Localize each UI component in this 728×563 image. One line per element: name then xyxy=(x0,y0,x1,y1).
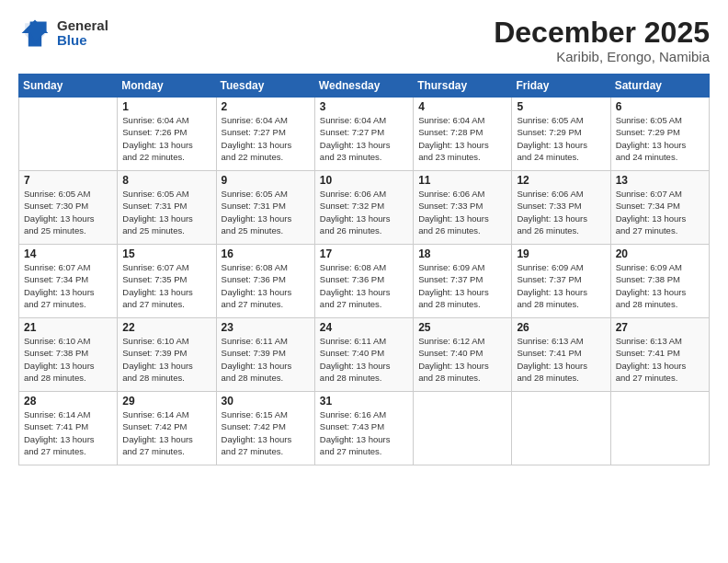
day-info: Sunrise: 6:08 AMSunset: 7:36 PMDaylight:… xyxy=(320,261,408,310)
calendar-cell: 14Sunrise: 6:07 AMSunset: 7:34 PMDayligh… xyxy=(19,245,118,318)
day-number: 18 xyxy=(418,247,506,260)
calendar-cell: 21Sunrise: 6:10 AMSunset: 7:38 PMDayligh… xyxy=(19,318,118,392)
calendar-cell xyxy=(610,392,709,465)
calendar-cell: 16Sunrise: 6:08 AMSunset: 7:36 PMDayligh… xyxy=(216,245,314,318)
day-number: 16 xyxy=(222,247,310,260)
day-info: Sunrise: 6:09 AMSunset: 7:38 PMDaylight:… xyxy=(616,261,704,310)
day-info: Sunrise: 6:05 AMSunset: 7:31 PMDaylight:… xyxy=(222,188,310,236)
calendar-cell xyxy=(414,392,512,465)
calendar-cell: 1Sunrise: 6:04 AMSunset: 7:26 PMDaylight… xyxy=(118,98,216,171)
day-info: Sunrise: 6:07 AMSunset: 7:35 PMDaylight:… xyxy=(122,261,210,310)
day-number: 28 xyxy=(24,395,112,408)
day-info: Sunrise: 6:14 AMSunset: 7:42 PMDaylight:… xyxy=(122,408,210,457)
logo: General Blue xyxy=(18,17,108,50)
day-info: Sunrise: 6:07 AMSunset: 7:34 PMDaylight:… xyxy=(24,261,112,310)
day-number: 7 xyxy=(24,174,112,187)
calendar-cell: 13Sunrise: 6:07 AMSunset: 7:34 PMDayligh… xyxy=(610,171,709,245)
calendar-cell: 28Sunrise: 6:14 AMSunset: 7:41 PMDayligh… xyxy=(19,392,118,465)
day-info: Sunrise: 6:10 AMSunset: 7:39 PMDaylight:… xyxy=(122,335,210,384)
day-number: 23 xyxy=(222,321,310,334)
day-info: Sunrise: 6:11 AMSunset: 7:39 PMDaylight:… xyxy=(222,335,310,384)
calendar-cell: 22Sunrise: 6:10 AMSunset: 7:39 PMDayligh… xyxy=(118,318,216,392)
calendar-cell: 9Sunrise: 6:05 AMSunset: 7:31 PMDaylight… xyxy=(216,171,314,245)
month-title: December 2025 xyxy=(494,17,710,49)
calendar-cell xyxy=(512,392,610,465)
day-number: 5 xyxy=(517,100,605,113)
day-info: Sunrise: 6:11 AMSunset: 7:40 PMDaylight:… xyxy=(320,335,408,384)
calendar-cell: 25Sunrise: 6:12 AMSunset: 7:40 PMDayligh… xyxy=(414,318,512,392)
calendar-cell: 23Sunrise: 6:11 AMSunset: 7:39 PMDayligh… xyxy=(216,318,314,392)
day-info: Sunrise: 6:05 AMSunset: 7:31 PMDaylight:… xyxy=(122,188,210,236)
day-info: Sunrise: 6:06 AMSunset: 7:33 PMDaylight:… xyxy=(517,188,605,236)
day-number: 13 xyxy=(616,174,704,187)
calendar-cell xyxy=(19,98,118,171)
day-number: 9 xyxy=(222,174,310,187)
day-info: Sunrise: 6:04 AMSunset: 7:28 PMDaylight:… xyxy=(418,114,506,163)
day-info: Sunrise: 6:13 AMSunset: 7:41 PMDaylight:… xyxy=(616,335,704,384)
day-info: Sunrise: 6:12 AMSunset: 7:40 PMDaylight:… xyxy=(418,335,506,384)
day-number: 25 xyxy=(418,321,506,334)
day-header-sunday: Sunday xyxy=(19,75,118,98)
day-number: 31 xyxy=(320,395,408,408)
day-info: Sunrise: 6:07 AMSunset: 7:34 PMDaylight:… xyxy=(616,188,704,236)
day-number: 29 xyxy=(122,395,210,408)
logo-blue: Blue xyxy=(57,33,87,49)
day-number: 2 xyxy=(222,100,310,113)
day-number: 14 xyxy=(24,247,112,260)
day-header-saturday: Saturday xyxy=(610,75,709,98)
day-number: 20 xyxy=(616,247,704,260)
day-info: Sunrise: 6:08 AMSunset: 7:36 PMDaylight:… xyxy=(222,261,310,310)
day-header-wednesday: Wednesday xyxy=(314,75,413,98)
calendar-cell: 26Sunrise: 6:13 AMSunset: 7:41 PMDayligh… xyxy=(512,318,610,392)
calendar-cell: 5Sunrise: 6:05 AMSunset: 7:29 PMDaylight… xyxy=(512,98,610,171)
calendar-cell: 12Sunrise: 6:06 AMSunset: 7:33 PMDayligh… xyxy=(512,171,610,245)
day-header-monday: Monday xyxy=(118,75,216,98)
day-info: Sunrise: 6:16 AMSunset: 7:43 PMDaylight:… xyxy=(320,408,408,457)
day-info: Sunrise: 6:09 AMSunset: 7:37 PMDaylight:… xyxy=(517,261,605,310)
day-number: 10 xyxy=(320,174,408,187)
day-info: Sunrise: 6:04 AMSunset: 7:27 PMDaylight:… xyxy=(320,114,408,163)
day-number: 24 xyxy=(320,321,408,334)
logo-general: General xyxy=(57,18,108,34)
day-number: 15 xyxy=(122,247,210,260)
calendar-cell: 20Sunrise: 6:09 AMSunset: 7:38 PMDayligh… xyxy=(610,245,709,318)
day-number: 12 xyxy=(517,174,605,187)
day-number: 21 xyxy=(24,321,112,334)
page: General Blue December 2025 Karibib, Eron… xyxy=(0,0,728,563)
day-info: Sunrise: 6:06 AMSunset: 7:32 PMDaylight:… xyxy=(320,188,408,236)
day-info: Sunrise: 6:04 AMSunset: 7:27 PMDaylight:… xyxy=(222,114,310,163)
day-info: Sunrise: 6:06 AMSunset: 7:33 PMDaylight:… xyxy=(418,188,506,236)
calendar-cell: 15Sunrise: 6:07 AMSunset: 7:35 PMDayligh… xyxy=(118,245,216,318)
calendar-table: SundayMondayTuesdayWednesdayThursdayFrid… xyxy=(18,74,710,465)
day-number: 4 xyxy=(418,100,506,113)
day-header-thursday: Thursday xyxy=(414,75,512,98)
title-block: December 2025 Karibib, Erongo, Namibia xyxy=(494,17,710,64)
day-header-friday: Friday xyxy=(512,75,610,98)
day-number: 11 xyxy=(418,174,506,187)
day-header-tuesday: Tuesday xyxy=(216,75,314,98)
calendar-cell: 27Sunrise: 6:13 AMSunset: 7:41 PMDayligh… xyxy=(610,318,709,392)
calendar-cell: 7Sunrise: 6:05 AMSunset: 7:30 PMDaylight… xyxy=(19,171,118,245)
day-number: 19 xyxy=(517,247,605,260)
calendar-cell: 29Sunrise: 6:14 AMSunset: 7:42 PMDayligh… xyxy=(118,392,216,465)
day-info: Sunrise: 6:04 AMSunset: 7:26 PMDaylight:… xyxy=(122,114,210,163)
header: General Blue December 2025 Karibib, Eron… xyxy=(18,17,710,64)
day-number: 6 xyxy=(616,100,704,113)
calendar-cell: 2Sunrise: 6:04 AMSunset: 7:27 PMDaylight… xyxy=(216,98,314,171)
calendar-cell: 17Sunrise: 6:08 AMSunset: 7:36 PMDayligh… xyxy=(314,245,413,318)
location-subtitle: Karibib, Erongo, Namibia xyxy=(494,49,710,64)
calendar-cell: 24Sunrise: 6:11 AMSunset: 7:40 PMDayligh… xyxy=(314,318,413,392)
calendar-cell: 10Sunrise: 6:06 AMSunset: 7:32 PMDayligh… xyxy=(314,171,413,245)
calendar-cell: 11Sunrise: 6:06 AMSunset: 7:33 PMDayligh… xyxy=(414,171,512,245)
day-number: 8 xyxy=(122,174,210,187)
day-info: Sunrise: 6:10 AMSunset: 7:38 PMDaylight:… xyxy=(24,335,112,384)
day-info: Sunrise: 6:05 AMSunset: 7:30 PMDaylight:… xyxy=(24,188,112,236)
calendar-cell: 8Sunrise: 6:05 AMSunset: 7:31 PMDaylight… xyxy=(118,171,216,245)
day-info: Sunrise: 6:05 AMSunset: 7:29 PMDaylight:… xyxy=(616,114,704,163)
day-info: Sunrise: 6:09 AMSunset: 7:37 PMDaylight:… xyxy=(418,261,506,310)
calendar-cell: 19Sunrise: 6:09 AMSunset: 7:37 PMDayligh… xyxy=(512,245,610,318)
calendar-cell: 31Sunrise: 6:16 AMSunset: 7:43 PMDayligh… xyxy=(314,392,413,465)
day-number: 1 xyxy=(122,100,210,113)
calendar-cell: 18Sunrise: 6:09 AMSunset: 7:37 PMDayligh… xyxy=(414,245,512,318)
calendar-cell: 6Sunrise: 6:05 AMSunset: 7:29 PMDaylight… xyxy=(610,98,709,171)
